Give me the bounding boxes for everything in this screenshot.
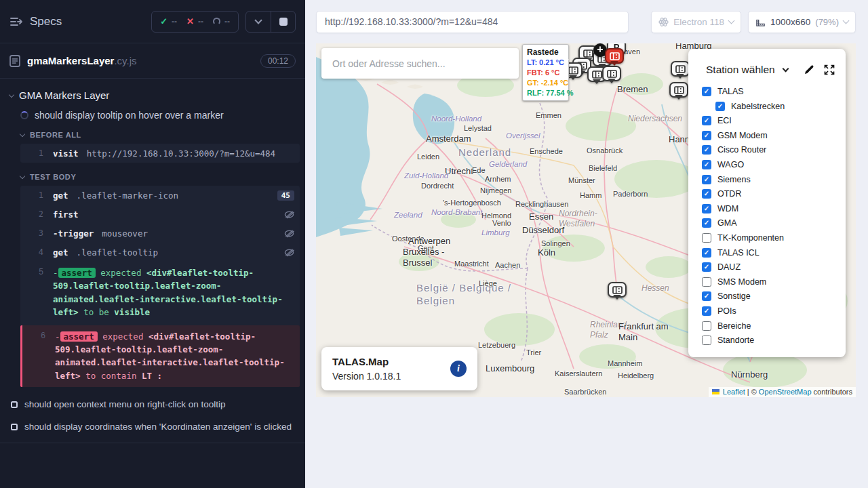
layer-checkbox[interactable]: [702, 248, 711, 258]
map-label: Mannheim: [608, 359, 642, 369]
test-body-commands: 1 get .leaflet-marker-icon 45 2 first 3 …: [20, 186, 300, 387]
layer-checkbox[interactable]: [702, 291, 711, 301]
map-label: Limburg: [481, 228, 510, 237]
stat-pending: --: [213, 17, 230, 26]
tooltip-measurement: LT: 0.21 °C: [527, 58, 564, 68]
active-test[interactable]: should display tooltip on hover over a m…: [20, 110, 300, 121]
station-rack-icon: [674, 86, 684, 94]
map-label: Köln: [538, 247, 555, 258]
browser-select[interactable]: Electron 118: [651, 11, 741, 33]
station-layer-row[interactable]: POIs: [702, 306, 846, 316]
command-visit[interactable]: 1 visit http://192.168.10.33:3000/?m=12&…: [20, 144, 300, 163]
chevron-down-icon: [728, 18, 735, 24]
search-input[interactable]: [321, 48, 519, 79]
station-layer-row[interactable]: Cisco Router: [702, 145, 846, 155]
layer-checkbox[interactable]: [702, 233, 711, 243]
chevron-down-icon[interactable]: [782, 65, 789, 72]
station-layer-row[interactable]: Kabelstrecken: [715, 102, 846, 111]
map-label: Hamm: [580, 191, 601, 201]
leaflet-map[interactable]: HamburgBremerhavenBremenNiedersachsenHan…: [316, 43, 856, 397]
layer-checkbox[interactable]: [715, 102, 725, 111]
station-rack-icon: [583, 49, 593, 58]
failed-cross-icon: ✕: [186, 16, 194, 26]
station-layer-row[interactable]: Sonstige: [702, 291, 846, 301]
specs-menu-icon[interactable]: [9, 16, 23, 27]
chevron-down-icon: [9, 92, 14, 97]
info-icon[interactable]: i: [450, 361, 467, 377]
map-label: Kaiserslautern: [555, 369, 602, 379]
map-label: Utrecht: [445, 166, 473, 177]
leaflet-link[interactable]: Leaflet: [723, 388, 745, 396]
spec-row[interactable]: gmaMarkersLayer.cy.js 00:12: [0, 43, 305, 79]
station-layer-row[interactable]: GMA: [702, 218, 846, 228]
station-layer-row[interactable]: WDM: [702, 204, 846, 214]
layer-checkbox[interactable]: [702, 131, 711, 140]
map-marker[interactable]: [669, 82, 688, 98]
specs-title[interactable]: Specs: [30, 15, 62, 28]
pending-tests: should open context menu on right-click …: [9, 399, 300, 432]
stat-passed: ✓--: [160, 16, 177, 26]
map-label: Münster: [568, 176, 595, 186]
section-test-body[interactable]: TEST BODY: [20, 173, 300, 181]
station-layer-row[interactable]: Bereiche: [702, 321, 846, 331]
map-marker[interactable]: [671, 61, 690, 77]
station-layer-row[interactable]: TALAS: [702, 87, 846, 96]
layer-checkbox[interactable]: [702, 321, 711, 331]
layer-checkbox[interactable]: [702, 277, 711, 287]
assert-contain-failed[interactable]: 6 -assert expected <div#leaflet-tooltip-…: [20, 325, 300, 388]
layer-checkbox[interactable]: [702, 218, 711, 228]
marker-pin: [608, 282, 627, 298]
map-marker[interactable]: [608, 282, 627, 298]
map-label: Bielefeld: [589, 164, 617, 174]
station-layer-row[interactable]: WAGO: [702, 160, 846, 169]
layer-checkbox[interactable]: [702, 87, 711, 96]
station-layer-row[interactable]: GSM Modem: [702, 131, 846, 140]
stop-button[interactable]: [271, 12, 295, 32]
expand-fullscreen-icon[interactable]: [824, 64, 835, 75]
url-bar[interactable]: http://192.168.10.33:3000/?m=12&u=484: [316, 11, 629, 33]
pending-test[interactable]: should open context menu on right-click …: [11, 399, 300, 409]
station-layer-row[interactable]: OTDR: [702, 189, 846, 199]
layer-checkbox[interactable]: [702, 160, 711, 169]
layer-label: Cisco Router: [717, 145, 766, 155]
command-get-tooltip[interactable]: 4 get .leaflet-tooltip: [20, 243, 300, 262]
station-layer-row[interactable]: Standorte: [702, 336, 846, 345]
station-panel-title[interactable]: Station wählen: [706, 64, 775, 76]
map-marker[interactable]: [605, 48, 624, 64]
map-label: Zeeland: [394, 210, 422, 220]
section-before-all[interactable]: BEFORE ALL: [20, 131, 300, 139]
map-label: Bremen: [617, 84, 648, 95]
marker-tooltip[interactable]: Rastede LT: 0.21 °CFBT: 6 °CGT: -2.14 °C…: [522, 44, 569, 101]
layer-checkbox[interactable]: [702, 175, 711, 184]
layer-checkbox[interactable]: [702, 306, 711, 316]
version-card: TALAS.Map Version 1.0.18.1 i: [321, 347, 477, 390]
command-first[interactable]: 2 first: [20, 205, 300, 224]
layer-checkbox[interactable]: [702, 262, 711, 272]
pending-test[interactable]: should display coordinates when 'Koordin…: [11, 422, 300, 432]
layer-checkbox[interactable]: [702, 116, 711, 125]
station-rack-icon: [568, 66, 578, 75]
layer-checkbox[interactable]: [702, 189, 711, 199]
command-get-marker[interactable]: 1 get .leaflet-marker-icon 45: [20, 186, 300, 205]
station-layer-row[interactable]: TALAS ICL: [702, 248, 846, 258]
suite-gma-markers-layer[interactable]: GMA Markers Layer: [9, 89, 300, 101]
map-label: Overijssel: [506, 131, 540, 140]
map-label: Luxembourg: [486, 363, 534, 374]
station-layer-row[interactable]: TK-Komponenten: [702, 233, 846, 243]
station-layer-row[interactable]: DAUZ: [702, 262, 846, 272]
edit-pencil-icon[interactable]: [804, 64, 814, 75]
station-layer-row[interactable]: Siemens: [702, 175, 846, 184]
assert-visible-passed[interactable]: 5 -assert expected <div#leaflet-tooltip-…: [20, 262, 300, 324]
station-layer-row[interactable]: ECI: [702, 116, 846, 125]
command-trigger-mouseover[interactable]: 3 -trigger mouseover: [20, 224, 300, 243]
station-layer-row[interactable]: SMS Modem: [702, 277, 846, 287]
layer-checkbox[interactable]: [702, 336, 711, 345]
layer-checkbox[interactable]: [702, 204, 711, 214]
collapse-button[interactable]: [246, 12, 271, 32]
osm-link[interactable]: OpenStreetMap: [759, 388, 812, 396]
station-panel: Station wählen: [688, 49, 846, 357]
layer-checkbox[interactable]: [702, 145, 711, 155]
viewport-select[interactable]: 1000x660 (79%): [748, 11, 856, 33]
map-label: Trier: [526, 348, 541, 358]
layer-label: GMA: [717, 218, 736, 228]
